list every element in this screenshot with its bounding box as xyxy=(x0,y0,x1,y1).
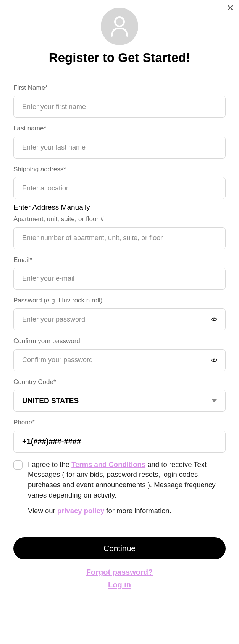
country-code-label: Country Code* xyxy=(13,378,226,386)
privacy-policy-link[interactable]: privacy policy xyxy=(57,507,104,515)
confirm-password-input[interactable] xyxy=(13,349,226,371)
bottom-links: Forgot password? Log in xyxy=(13,568,226,589)
apartment-label: Apartment, unit, suite, or floor # xyxy=(13,215,226,223)
toggle-password-visibility[interactable] xyxy=(210,315,219,324)
phone-label: Phone* xyxy=(13,419,226,426)
apartment-input[interactable] xyxy=(13,227,226,249)
confirm-password-label: Confirm your password xyxy=(13,337,226,345)
log-in-link[interactable]: Log in xyxy=(13,581,226,589)
country-code-select[interactable]: UNITED STATES xyxy=(13,390,226,412)
privacy-post: for more information. xyxy=(104,507,171,515)
terms-link[interactable]: Terms and Conditions xyxy=(71,460,145,468)
svg-point-0 xyxy=(115,17,124,26)
eye-icon xyxy=(210,357,219,363)
terms-checkbox[interactable] xyxy=(13,460,23,470)
consent-pre: I agree to the xyxy=(28,460,71,468)
user-icon xyxy=(110,16,129,37)
svg-point-1 xyxy=(213,319,215,320)
country-code-value: UNITED STATES xyxy=(22,397,79,405)
last-name-input[interactable] xyxy=(13,137,226,159)
chevron-down-icon xyxy=(212,399,217,402)
close-icon: ✕ xyxy=(227,3,234,13)
phone-value: +1(###)###-#### xyxy=(22,437,81,446)
last-name-label: Last name* xyxy=(13,125,226,132)
dialog-header: Register to Get Started! xyxy=(0,0,239,65)
email-input[interactable] xyxy=(13,268,226,290)
consent-text: I agree to the Terms and Conditions and … xyxy=(28,460,226,501)
privacy-row: View our privacy policy for more informa… xyxy=(28,507,226,515)
consent-row: I agree to the Terms and Conditions and … xyxy=(13,460,226,501)
password-input[interactable] xyxy=(13,308,226,330)
dialog-title: Register to Get Started! xyxy=(0,50,239,65)
first-name-input[interactable] xyxy=(13,96,226,118)
continue-button[interactable]: Continue xyxy=(13,537,226,559)
phone-input[interactable]: +1(###)###-#### xyxy=(13,431,226,453)
shipping-address-input[interactable] xyxy=(13,177,226,199)
avatar-placeholder xyxy=(101,8,138,45)
svg-point-2 xyxy=(213,359,215,361)
close-button[interactable]: ✕ xyxy=(227,4,234,12)
toggle-confirm-visibility[interactable] xyxy=(210,356,219,365)
privacy-pre: View our xyxy=(28,507,57,515)
first-name-label: First Name* xyxy=(13,84,226,92)
forgot-password-link[interactable]: Forgot password? xyxy=(13,568,226,577)
eye-icon xyxy=(210,316,219,322)
enter-address-manually-link[interactable]: Enter Address Manually xyxy=(13,203,90,211)
register-form: First Name* Last name* Shipping address*… xyxy=(0,65,239,589)
shipping-address-label: Shipping address* xyxy=(13,166,226,173)
email-label: Email* xyxy=(13,256,226,264)
password-label: Password (e.g. I luv rock n roll) xyxy=(13,297,226,304)
